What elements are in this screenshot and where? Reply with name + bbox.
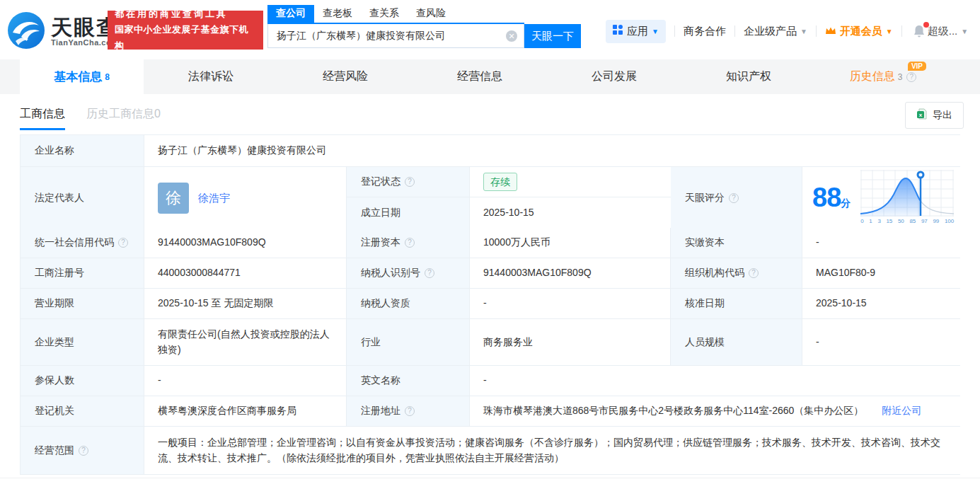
help-icon[interactable]: ? [405, 238, 415, 248]
promo-banner: 都在用的商业查询工具 国家中小企业发展子基金旗下机构 [108, 11, 263, 50]
logo-eye-icon [7, 11, 45, 52]
business-scope-label: 经营范围 ? [21, 427, 144, 474]
english-name-value: - [470, 366, 961, 396]
taxpayer-quality-label: 纳税人资质 [347, 289, 470, 318]
vip-menu[interactable]: 开通会员 ▼ [825, 25, 893, 38]
help-icon[interactable]: ? [729, 193, 739, 203]
search-box: ✕ [267, 24, 524, 48]
taxpayer-id-label-text: 纳税人识别号 [361, 267, 420, 280]
reg-capital-value: 10000万人民币 [470, 228, 671, 258]
apps-grid-icon [613, 25, 623, 38]
establish-date-label: 成立日期 [347, 197, 470, 228]
apps-menu[interactable]: 应用 ▼ [606, 20, 666, 43]
subtab-business-registration[interactable]: 工商信息 [20, 94, 65, 134]
table-row: 统一社会信用代码 ? 91440003MAG10F809Q 注册资本 ? 100… [21, 228, 959, 258]
avatar[interactable]: 徐 [158, 183, 189, 214]
legal-rep-label: 法定代表人 [21, 167, 144, 229]
status-badge: 存续 [483, 173, 517, 191]
help-icon[interactable]: ? [405, 177, 415, 187]
paid-capital-label: 实缴资本 [671, 228, 802, 258]
score-number: 88 [812, 183, 841, 212]
business-cooperation-link[interactable]: 商务合作 [684, 25, 726, 38]
search-tab-boss[interactable]: 查老板 [314, 5, 361, 23]
score-cell: 88分 [802, 167, 961, 229]
top-nav: 应用 ▼ 商务合作 企业级产品 ▼ 开通会员 ▼ [606, 18, 968, 44]
tianyancha-company-page: 天眼查 TianYanCha.com 都在用的商业查询工具 国家中小企业发展子基… [0, 0, 980, 484]
industry-label: 行业 [347, 319, 470, 365]
insured-count-label: 参保人数 [21, 366, 144, 396]
vip-badge: VIP [908, 62, 926, 71]
help-icon[interactable]: ? [425, 268, 434, 278]
staff-size-label: 人员规模 [671, 319, 802, 365]
reg-status-label-text: 登记状态 [361, 175, 400, 188]
org-code-value: MAG10F80-9 [802, 258, 961, 288]
header: 天眼查 TianYanCha.com 都在用的商业查询工具 国家中小企业发展子基… [0, 0, 980, 59]
chevron-down-icon: ▼ [886, 28, 893, 35]
table-row: 营业期限 2025-10-15 至 无固定期限 纳税人资质 - 核准日期 202… [21, 289, 959, 319]
score-axis-labels: 0 1 3 15 50 85 97 99 100 [860, 217, 954, 226]
tab-history-info-count: 3 [898, 72, 903, 82]
nearby-companies-link[interactable]: 附近公司 [882, 403, 921, 419]
tab-business-risk[interactable]: 经营风险 [278, 59, 413, 94]
tianyancha-logo[interactable]: 天眼查 TianYanCha.com [7, 11, 119, 52]
search-tabs: 查公司 查老板 查关系 查风险 [267, 6, 524, 24]
org-code-label: 组织机构代码 ? [671, 258, 802, 288]
company-name-label: 企业名称 [21, 135, 144, 166]
tab-intellectual-property[interactable]: 知识产权 [681, 59, 816, 94]
reg-authority-value: 横琴粤澳深度合作区商事服务局 [144, 396, 347, 426]
business-term-label: 营业期限 [21, 289, 144, 318]
tab-basic-info-count: 8 [105, 72, 110, 82]
help-icon[interactable]: ? [749, 268, 759, 278]
crown-icon [825, 25, 836, 38]
reg-address-cell: 珠海市横琴港澳大道868号市民服务中心2号楼政务服务中心114室-2660（集中… [470, 396, 961, 426]
axis-tick: 85 [909, 217, 916, 226]
score-label-text: 天眼评分 [685, 192, 725, 204]
tab-basic-info[interactable]: 基本信息 8 [20, 59, 144, 94]
export-button[interactable]: x 导出 [905, 102, 964, 129]
help-icon[interactable]: ? [79, 446, 88, 456]
reg-authority-label: 登记机关 [21, 396, 144, 426]
tab-history-info[interactable]: 历史信息 3 ? VIP [816, 59, 950, 94]
taxpayer-quality-value: - [470, 289, 671, 318]
reg-address-label-text: 注册地址 [361, 405, 400, 417]
nav-separator [816, 25, 817, 37]
table-row: 成立日期 2025-10-15 [347, 197, 670, 228]
table-row: 登记状态 ? 存续 [347, 167, 670, 197]
tab-basic-info-label: 基本信息 [54, 69, 102, 85]
super-vip-menu[interactable]: 超级... ▼ [928, 25, 968, 38]
subtab-row: 工商信息 历史工商信息0 x 导出 [0, 94, 980, 134]
clear-search-icon[interactable]: ✕ [506, 30, 517, 42]
company-info-table: 企业名称 扬子江（广东横琴）健康投资有限公司 法定代表人 徐 徐浩宇 登记状态 … [20, 134, 960, 475]
search-tab-company[interactable]: 查公司 [267, 5, 314, 23]
search-tab-relation[interactable]: 查关系 [361, 5, 408, 23]
reg-status-cell: 存续 [470, 167, 671, 197]
company-name-value: 扬子江（广东横琴）健康投资有限公司 [144, 135, 961, 166]
promo-banner-line2: 国家中小企业发展子基金旗下机构 [115, 22, 256, 53]
staff-size-value: - [802, 319, 961, 365]
tab-legal-litigation[interactable]: 法律诉讼 [144, 59, 278, 94]
enterprise-products-menu[interactable]: 企业级产品 ▼ [744, 25, 807, 38]
search-button[interactable]: 天眼一下 [524, 24, 581, 48]
chevron-down-icon: ▼ [961, 28, 968, 35]
search-tab-risk[interactable]: 查风险 [408, 5, 454, 23]
legal-rep-link[interactable]: 徐浩宇 [198, 190, 230, 206]
industry-value: 商务服务业 [470, 319, 671, 365]
help-icon[interactable]: ? [118, 238, 128, 248]
search-area: 查公司 查老板 查关系 查风险 ✕ 天眼一下 [267, 6, 581, 48]
notifications-bell[interactable] [912, 24, 926, 39]
section-divider [0, 478, 980, 478]
company-type-value: 有限责任公司(自然人投资或控股的法人独资) [144, 319, 347, 365]
tab-company-development[interactable]: 公司发展 [547, 59, 681, 94]
section-tabs: 基本信息 8 法律诉讼 经营风险 经营信息 公司发展 知识产权 历史信息 3 ?… [0, 59, 980, 94]
search-input[interactable] [268, 24, 524, 47]
help-icon[interactable]: ? [906, 72, 916, 82]
axis-tick: 1 [869, 217, 872, 226]
company-type-label: 企业类型 [21, 319, 144, 365]
super-vip-label: 超级... [928, 25, 958, 38]
apps-label: 应用 [627, 25, 648, 38]
subtab-history-registration[interactable]: 历史工商信息0 [86, 94, 161, 134]
nav-separator [734, 25, 735, 37]
tab-business-info[interactable]: 经营信息 [413, 59, 547, 94]
reg-capital-label: 注册资本 ? [347, 228, 470, 258]
help-icon[interactable]: ? [405, 406, 415, 416]
